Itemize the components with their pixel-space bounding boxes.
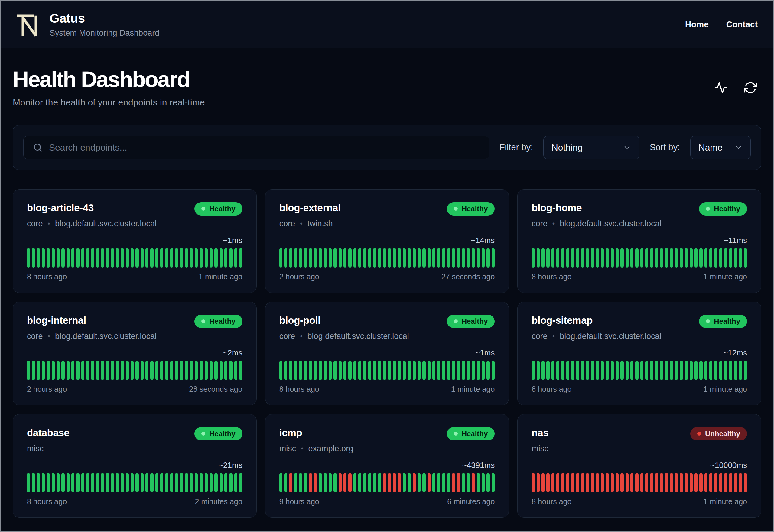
endpoint-card[interactable]: blog-poll Healthy core • blog.default.sv… <box>265 302 509 405</box>
history-bar <box>626 473 629 492</box>
history-bar <box>551 473 554 492</box>
history-bar <box>47 248 50 268</box>
history-bar <box>418 248 421 268</box>
status-badge: Healthy <box>699 315 747 328</box>
history-bar <box>309 473 312 492</box>
history-bar <box>135 473 138 492</box>
history-bar <box>428 361 431 380</box>
history-bar <box>224 361 227 380</box>
card-header: nas Unhealthy <box>532 427 747 440</box>
endpoint-card[interactable]: blog-article-43 Healthy core • blog.defa… <box>13 189 257 293</box>
history-bar <box>210 361 213 380</box>
history-bar <box>685 248 688 268</box>
history-bar <box>437 361 440 380</box>
history-bar <box>704 361 707 380</box>
filter-label: Filter by: <box>499 142 533 152</box>
history-end-time: 6 minutes ago <box>447 497 495 506</box>
endpoint-card[interactable]: blog-internal Healthy core • blog.defaul… <box>13 302 257 405</box>
history-bar <box>116 473 119 492</box>
latency-label: ~4391ms <box>279 461 495 470</box>
nav-link-contact[interactable]: Contact <box>726 20 758 29</box>
history-bar <box>467 248 470 268</box>
history-bar <box>596 361 599 380</box>
history-bar <box>378 361 381 380</box>
history-bar <box>289 248 292 268</box>
history-bar <box>645 473 648 492</box>
history-bar <box>37 248 40 268</box>
history-bar <box>195 473 198 492</box>
history-bar <box>289 361 292 380</box>
history-bar <box>319 361 322 380</box>
endpoint-card[interactable]: database Healthy misc • ~21ms 8 hours ag… <box>13 414 257 518</box>
history-bar <box>57 248 60 268</box>
brand[interactable]: Gatus System Monitoring Dashboard <box>15 11 159 38</box>
endpoint-group: core <box>532 219 548 229</box>
separator-dot: • <box>300 332 302 340</box>
activity-button[interactable] <box>714 81 727 94</box>
history-bar <box>52 248 55 268</box>
history-bar <box>343 361 346 380</box>
history-bar <box>413 248 416 268</box>
history-bar <box>333 361 337 380</box>
history-bar <box>403 473 406 492</box>
history-bar <box>116 361 119 380</box>
endpoint-card[interactable]: blog-home Healthy core • blog.default.sv… <box>517 189 761 293</box>
status-label: Healthy <box>209 430 236 438</box>
history-bar <box>566 248 569 268</box>
history-bar <box>452 473 455 492</box>
history-start-time: 2 hours ago <box>27 385 67 394</box>
history-bar <box>91 361 94 380</box>
history-bar <box>373 248 376 268</box>
chevron-down-icon <box>734 143 743 152</box>
history-bar <box>150 361 153 380</box>
search-input[interactable] <box>23 136 489 159</box>
separator-dot: • <box>552 219 555 228</box>
endpoint-host: twin.sh <box>307 219 333 229</box>
history-bar <box>368 361 371 380</box>
filter-select[interactable]: Nothing <box>543 136 639 159</box>
history-bar <box>363 473 366 492</box>
history-bar <box>650 473 653 492</box>
history-bar <box>620 248 623 268</box>
latency-label: ~14ms <box>279 236 495 245</box>
history-bar <box>141 473 144 492</box>
history-bar <box>155 361 158 380</box>
sort-select[interactable]: Name <box>690 136 751 159</box>
history-bar <box>685 361 688 380</box>
history-bar <box>135 361 138 380</box>
endpoint-card[interactable]: icmp Healthy misc • example.org ~4391ms … <box>265 414 509 518</box>
history-bar <box>546 248 549 268</box>
history-bar <box>492 248 495 268</box>
history-bar <box>694 361 698 380</box>
endpoint-meta: core • blog.default.svc.cluster.local <box>532 219 747 229</box>
history-bar <box>561 473 564 492</box>
history-bar <box>131 473 134 492</box>
history-bar <box>289 473 292 492</box>
card-footer: 8 hours ago 1 minute ago <box>532 385 747 394</box>
history-bar <box>27 361 30 380</box>
header-actions <box>714 81 757 94</box>
history-bar <box>551 248 554 268</box>
history-end-time: 1 minute ago <box>199 272 242 281</box>
refresh-button[interactable] <box>744 81 757 94</box>
history-bar <box>135 248 138 268</box>
endpoint-card[interactable]: blog-external Healthy core • twin.sh ~14… <box>265 189 509 293</box>
history-bar <box>551 361 554 380</box>
status-dot-icon <box>201 432 205 436</box>
card-header: blog-internal Healthy <box>27 315 242 328</box>
status-dot-icon <box>454 207 458 211</box>
history-bar <box>106 361 109 380</box>
status-label: Healthy <box>462 317 488 326</box>
endpoint-card[interactable]: blog-sitemap Healthy core • blog.default… <box>517 302 761 405</box>
history-bar <box>398 248 401 268</box>
history-bar <box>408 361 411 380</box>
history-bar <box>611 361 614 380</box>
history-bar <box>214 248 217 268</box>
history-bar <box>150 248 153 268</box>
history-bar <box>239 361 242 380</box>
brand-text: Gatus System Monitoring Dashboard <box>50 11 159 38</box>
history-bar <box>200 361 203 380</box>
endpoint-card[interactable]: nas Unhealthy misc • ~10000ms 8 hours ag… <box>517 414 761 518</box>
history-bar <box>532 473 535 492</box>
nav-link-home[interactable]: Home <box>685 20 709 29</box>
